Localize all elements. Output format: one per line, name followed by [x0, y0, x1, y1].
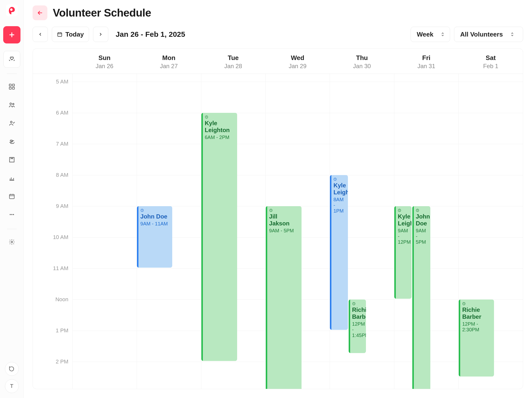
day-header: WedJan 29: [266, 49, 330, 74]
event-time: 6AM - 2PM: [205, 135, 234, 140]
svg-point-7: [10, 121, 12, 123]
volunteer-filter-select[interactable]: All Volunteers: [454, 27, 523, 42]
schedule-event[interactable]: John Doe9AM - 11AM: [137, 206, 172, 268]
svg-point-9: [10, 214, 11, 215]
svg-rect-2: [12, 84, 14, 86]
inbox-icon: [8, 156, 15, 163]
chat-button[interactable]: [5, 362, 19, 376]
svg-rect-4: [12, 87, 14, 89]
schedule-event[interactable]: Richie Barber12PM - 1:45PM: [349, 299, 366, 353]
nav-more[interactable]: [3, 206, 20, 223]
nav-calendar[interactable]: [3, 188, 20, 205]
time-gutter: 5 AM6 AM7 AM8 AM9 AM10 AM11 AMNoon1 PM2 …: [33, 74, 72, 389]
svg-point-10: [11, 214, 12, 215]
calendar-grid[interactable]: John Doe9AM - 11AMKyle Leighton6AM - 2PM…: [72, 74, 523, 389]
day-of-week: Fri: [394, 54, 458, 62]
clock-icon: [269, 209, 273, 212]
grid-icon: [8, 83, 15, 90]
app-logo[interactable]: [6, 4, 18, 16]
view-select-value: Week: [417, 31, 433, 38]
clock-icon: [140, 209, 144, 212]
schedule-event[interactable]: Richie Barber12PM - 2:30PM: [459, 299, 494, 377]
event-time: 9AM - 12PM: [398, 228, 409, 245]
event-name: John Doe: [416, 213, 427, 227]
nav-settings[interactable]: [3, 234, 20, 250]
chevrons-up-down-icon: [441, 32, 445, 37]
event-clock-icon: [398, 209, 409, 212]
people-icon: [8, 101, 15, 108]
day-column[interactable]: Richie Barber12PM - 2:30PM: [458, 74, 523, 389]
schedule-event[interactable]: Kyle Leighton6AM - 2PM: [201, 113, 237, 361]
event-clock-icon: [416, 209, 427, 212]
day-column[interactable]: Kyle Leighton9AM - 12PMJohn Doe9AM - 5PM: [394, 74, 458, 389]
day-header: FriJan 31: [394, 49, 458, 74]
event-time: 12PM - 1:45PM: [352, 321, 363, 338]
add-button[interactable]: [3, 26, 20, 43]
day-column[interactable]: Jill Jakson9AM - 5PM: [266, 74, 330, 389]
nav-give[interactable]: [3, 133, 20, 150]
event-time: 9AM - 11AM: [140, 221, 169, 227]
schedule-event[interactable]: Kyle Leighton9AM - 12PM: [394, 206, 412, 299]
chevron-left-icon: [38, 32, 42, 37]
day-column[interactable]: Kyle Leighton6AM - 2PM: [201, 74, 266, 389]
back-button[interactable]: [33, 5, 47, 20]
day-header: SatFeb 1: [458, 49, 523, 74]
day-header: MonJan 27: [137, 49, 201, 74]
clock-icon: [333, 178, 337, 181]
schedule-event[interactable]: Jill Jakson9AM - 5PM: [266, 206, 302, 389]
day-column[interactable]: Kyle Leighton8AM - 1PMRichie Barber12PM …: [330, 74, 394, 389]
person-check-icon: [8, 120, 15, 127]
day-header: TueJan 28: [201, 49, 266, 74]
day-header: SunJan 26: [72, 49, 137, 74]
event-clock-icon: [352, 302, 363, 305]
day-column[interactable]: John Doe9AM - 11AM: [137, 74, 201, 389]
event-name: Richie Barber: [462, 306, 491, 320]
day-of-week: Mon: [137, 54, 201, 62]
event-name: Jill Jakson: [269, 213, 299, 227]
day-date: Jan 30: [330, 63, 394, 70]
event-name: Kyle Leighton: [398, 213, 409, 227]
event-clock-icon: [269, 209, 299, 212]
nav-dashboard[interactable]: [3, 78, 20, 95]
heart-hands-icon: [8, 56, 16, 63]
schedule-event[interactable]: Kyle Leighton8AM - 1PM: [330, 175, 348, 330]
day-date: Jan 29: [266, 63, 330, 70]
chat-icon: [9, 366, 15, 372]
nav-check-in[interactable]: [3, 115, 20, 132]
bars-icon: [8, 175, 15, 181]
day-of-week: Tue: [201, 54, 266, 62]
today-button[interactable]: Today: [52, 27, 89, 42]
chevron-right-icon: [98, 32, 103, 37]
event-name: Richie Barber: [352, 306, 363, 320]
event-clock-icon: [205, 115, 234, 119]
event-time: 12PM - 2:30PM: [462, 321, 491, 333]
day-date: Jan 31: [394, 63, 458, 70]
event-clock-icon: [462, 302, 491, 305]
avatar-initial: T: [10, 383, 13, 389]
time-label: 1 PM: [56, 327, 68, 334]
user-avatar[interactable]: T: [5, 379, 19, 393]
calendar-body: 5 AM6 AM7 AM8 AM9 AM10 AM11 AMNoon1 PM2 …: [33, 74, 523, 389]
schedule-event[interactable]: John Doe9AM - 5PM: [412, 206, 430, 389]
day-of-week: Wed: [266, 54, 330, 62]
time-label: Noon: [55, 296, 68, 303]
nav-reports[interactable]: [3, 170, 20, 186]
next-week-button[interactable]: [93, 27, 108, 42]
svg-point-5: [10, 103, 11, 105]
event-clock-icon: [140, 209, 169, 212]
day-header: ThuJan 30: [330, 49, 394, 74]
prev-week-button[interactable]: [33, 27, 48, 42]
clock-icon: [398, 209, 401, 212]
volunteer-filter-value: All Volunteers: [460, 31, 503, 38]
nav-people[interactable]: [3, 97, 20, 113]
arrow-left-icon: [37, 10, 43, 16]
day-date: Jan 26: [72, 63, 137, 70]
view-select[interactable]: Week: [411, 27, 450, 42]
nav-requests[interactable]: [3, 151, 20, 168]
day-column[interactable]: [72, 74, 137, 389]
clock-icon: [462, 302, 466, 305]
event-time: 8AM - 1PM: [333, 197, 345, 214]
nav-heart-hands[interactable]: [3, 51, 20, 68]
day-of-week: Sun: [72, 54, 137, 62]
svg-point-11: [13, 214, 14, 215]
